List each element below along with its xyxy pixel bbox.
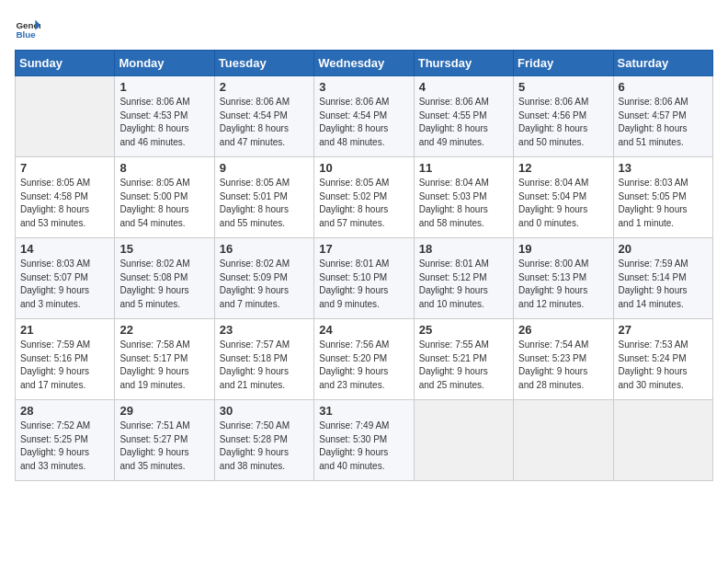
calendar-cell <box>414 400 513 481</box>
calendar-cell <box>514 400 613 481</box>
header-day-friday: Friday <box>514 51 613 76</box>
header-day-wednesday: Wednesday <box>314 51 414 76</box>
calendar-cell: 7Sunrise: 8:05 AM Sunset: 4:58 PM Daylig… <box>16 157 115 238</box>
header-day-tuesday: Tuesday <box>214 51 313 76</box>
calendar-cell: 19Sunrise: 8:00 AM Sunset: 5:13 PM Dayli… <box>514 238 613 319</box>
header-row: SundayMondayTuesdayWednesdayThursdayFrid… <box>16 51 713 76</box>
cell-content: Sunrise: 8:02 AM Sunset: 5:09 PM Dayligh… <box>220 258 309 311</box>
calendar-cell: 16Sunrise: 8:02 AM Sunset: 5:09 PM Dayli… <box>214 238 313 319</box>
calendar-cell: 10Sunrise: 8:05 AM Sunset: 5:02 PM Dayli… <box>314 157 414 238</box>
day-number: 23 <box>220 323 309 337</box>
day-number: 19 <box>518 242 608 256</box>
calendar-week-4: 21Sunrise: 7:59 AM Sunset: 5:16 PM Dayli… <box>16 319 713 400</box>
cell-content: Sunrise: 8:06 AM Sunset: 4:53 PM Dayligh… <box>119 96 209 149</box>
cell-content: Sunrise: 8:05 AM Sunset: 4:58 PM Dayligh… <box>20 177 109 230</box>
calendar-cell: 15Sunrise: 8:02 AM Sunset: 5:08 PM Dayli… <box>115 238 214 319</box>
day-number: 25 <box>419 323 508 337</box>
day-number: 24 <box>319 323 408 337</box>
calendar-cell: 29Sunrise: 7:51 AM Sunset: 5:27 PM Dayli… <box>115 400 214 481</box>
calendar-body: 1Sunrise: 8:06 AM Sunset: 4:53 PM Daylig… <box>16 76 713 481</box>
page-header: General Blue <box>15 15 713 40</box>
day-number: 22 <box>119 323 209 337</box>
cell-content: Sunrise: 8:06 AM Sunset: 4:56 PM Dayligh… <box>518 96 608 149</box>
header-day-saturday: Saturday <box>613 51 712 76</box>
day-number: 8 <box>119 161 209 175</box>
day-number: 12 <box>518 161 608 175</box>
calendar-cell: 17Sunrise: 8:01 AM Sunset: 5:10 PM Dayli… <box>314 238 414 319</box>
calendar-cell: 31Sunrise: 7:49 AM Sunset: 5:30 PM Dayli… <box>314 400 414 481</box>
day-number: 20 <box>619 242 708 256</box>
cell-content: Sunrise: 7:49 AM Sunset: 5:30 PM Dayligh… <box>319 419 408 473</box>
calendar-cell: 6Sunrise: 8:06 AM Sunset: 4:57 PM Daylig… <box>613 76 712 157</box>
day-number: 11 <box>419 161 508 175</box>
cell-content: Sunrise: 8:04 AM Sunset: 5:04 PM Dayligh… <box>518 177 608 230</box>
cell-content: Sunrise: 7:52 AM Sunset: 5:25 PM Dayligh… <box>20 419 109 473</box>
cell-content: Sunrise: 8:05 AM Sunset: 5:02 PM Dayligh… <box>319 177 408 230</box>
day-number: 15 <box>119 242 209 256</box>
day-number: 31 <box>319 404 408 418</box>
day-number: 27 <box>619 323 708 337</box>
day-number: 17 <box>319 242 408 256</box>
calendar-cell: 28Sunrise: 7:52 AM Sunset: 5:25 PM Dayli… <box>16 400 115 481</box>
cell-content: Sunrise: 8:06 AM Sunset: 4:54 PM Dayligh… <box>220 96 309 149</box>
calendar-cell: 21Sunrise: 7:59 AM Sunset: 5:16 PM Dayli… <box>16 319 115 400</box>
calendar-cell: 1Sunrise: 8:06 AM Sunset: 4:53 PM Daylig… <box>115 76 214 157</box>
logo: General Blue <box>15 15 40 40</box>
calendar-cell: 11Sunrise: 8:04 AM Sunset: 5:03 PM Dayli… <box>414 157 513 238</box>
cell-content: Sunrise: 7:51 AM Sunset: 5:27 PM Dayligh… <box>119 419 209 473</box>
cell-content: Sunrise: 8:05 AM Sunset: 5:01 PM Dayligh… <box>220 177 309 230</box>
day-number: 4 <box>419 80 508 94</box>
header-day-sunday: Sunday <box>16 51 115 76</box>
calendar-cell: 3Sunrise: 8:06 AM Sunset: 4:54 PM Daylig… <box>314 76 414 157</box>
logo-icon: General Blue <box>15 15 40 40</box>
day-number: 3 <box>319 80 408 94</box>
day-number: 26 <box>518 323 608 337</box>
day-number: 7 <box>20 161 109 175</box>
calendar-cell: 30Sunrise: 7:50 AM Sunset: 5:28 PM Dayli… <box>214 400 313 481</box>
calendar-week-1: 1Sunrise: 8:06 AM Sunset: 4:53 PM Daylig… <box>16 76 713 157</box>
day-number: 30 <box>220 404 309 418</box>
calendar-cell: 23Sunrise: 7:57 AM Sunset: 5:18 PM Dayli… <box>214 319 313 400</box>
calendar-cell: 25Sunrise: 7:55 AM Sunset: 5:21 PM Dayli… <box>414 319 513 400</box>
cell-content: Sunrise: 7:54 AM Sunset: 5:23 PM Dayligh… <box>518 339 608 392</box>
day-number: 29 <box>119 404 209 418</box>
cell-content: Sunrise: 8:01 AM Sunset: 5:10 PM Dayligh… <box>319 258 408 311</box>
cell-content: Sunrise: 7:56 AM Sunset: 5:20 PM Dayligh… <box>319 339 408 392</box>
calendar-cell: 2Sunrise: 8:06 AM Sunset: 4:54 PM Daylig… <box>214 76 313 157</box>
calendar-week-5: 28Sunrise: 7:52 AM Sunset: 5:25 PM Dayli… <box>16 400 713 481</box>
calendar-cell <box>613 400 712 481</box>
calendar-week-3: 14Sunrise: 8:03 AM Sunset: 5:07 PM Dayli… <box>16 238 713 319</box>
calendar-cell <box>16 76 115 157</box>
cell-content: Sunrise: 7:59 AM Sunset: 5:14 PM Dayligh… <box>619 258 708 311</box>
calendar-cell: 26Sunrise: 7:54 AM Sunset: 5:23 PM Dayli… <box>514 319 613 400</box>
calendar-cell: 9Sunrise: 8:05 AM Sunset: 5:01 PM Daylig… <box>214 157 313 238</box>
cell-content: Sunrise: 8:03 AM Sunset: 5:05 PM Dayligh… <box>619 177 708 230</box>
cell-content: Sunrise: 7:55 AM Sunset: 5:21 PM Dayligh… <box>419 339 508 392</box>
cell-content: Sunrise: 7:53 AM Sunset: 5:24 PM Dayligh… <box>619 339 708 392</box>
day-number: 5 <box>518 80 608 94</box>
day-number: 1 <box>119 80 209 94</box>
calendar-header: SundayMondayTuesdayWednesdayThursdayFrid… <box>16 51 713 76</box>
cell-content: Sunrise: 7:50 AM Sunset: 5:28 PM Dayligh… <box>220 419 309 473</box>
day-number: 21 <box>20 323 109 337</box>
calendar-cell: 12Sunrise: 8:04 AM Sunset: 5:04 PM Dayli… <box>514 157 613 238</box>
cell-content: Sunrise: 8:04 AM Sunset: 5:03 PM Dayligh… <box>419 177 508 230</box>
cell-content: Sunrise: 7:58 AM Sunset: 5:17 PM Dayligh… <box>119 339 209 392</box>
cell-content: Sunrise: 8:02 AM Sunset: 5:08 PM Dayligh… <box>119 258 209 311</box>
day-number: 14 <box>20 242 109 256</box>
day-number: 28 <box>20 404 109 418</box>
calendar-cell: 20Sunrise: 7:59 AM Sunset: 5:14 PM Dayli… <box>613 238 712 319</box>
cell-content: Sunrise: 8:06 AM Sunset: 4:55 PM Dayligh… <box>419 96 508 149</box>
calendar-table: SundayMondayTuesdayWednesdayThursdayFrid… <box>15 50 713 481</box>
calendar-week-2: 7Sunrise: 8:05 AM Sunset: 4:58 PM Daylig… <box>16 157 713 238</box>
calendar-cell: 5Sunrise: 8:06 AM Sunset: 4:56 PM Daylig… <box>514 76 613 157</box>
day-number: 9 <box>220 161 309 175</box>
cell-content: Sunrise: 8:03 AM Sunset: 5:07 PM Dayligh… <box>20 258 109 311</box>
day-number: 6 <box>619 80 708 94</box>
cell-content: Sunrise: 8:01 AM Sunset: 5:12 PM Dayligh… <box>419 258 508 311</box>
day-number: 13 <box>619 161 708 175</box>
calendar-cell: 24Sunrise: 7:56 AM Sunset: 5:20 PM Dayli… <box>314 319 414 400</box>
cell-content: Sunrise: 8:00 AM Sunset: 5:13 PM Dayligh… <box>518 258 608 311</box>
calendar-cell: 22Sunrise: 7:58 AM Sunset: 5:17 PM Dayli… <box>115 319 214 400</box>
cell-content: Sunrise: 7:57 AM Sunset: 5:18 PM Dayligh… <box>220 339 309 392</box>
